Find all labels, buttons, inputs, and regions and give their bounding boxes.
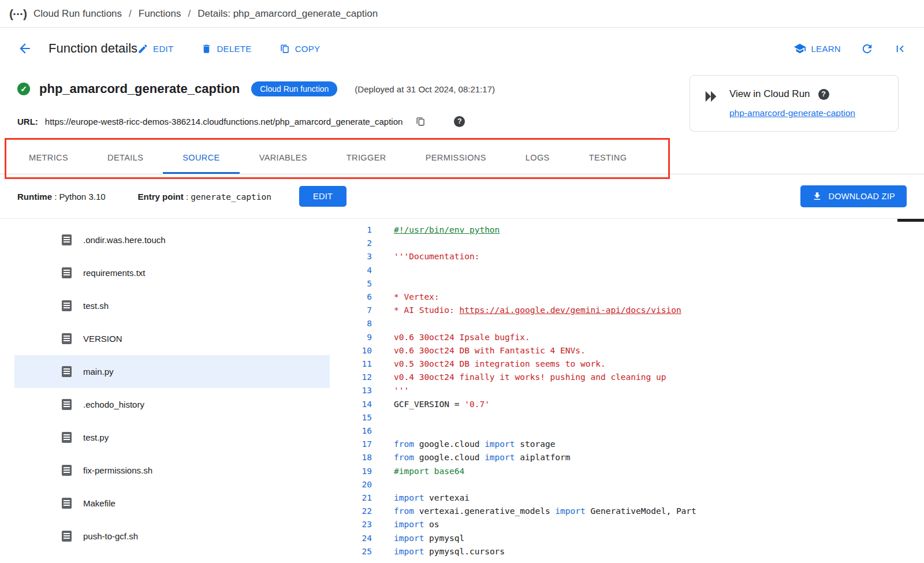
page-title: Function details [49, 41, 137, 56]
line-number: 21 [338, 491, 372, 505]
cloud-run-service-link[interactable]: php-amarcord-generate-caption [729, 108, 855, 118]
code-line: from google.cloud import aiplatform [394, 451, 696, 464]
code-line: v0.5 30oct24 DB integration seems to wor… [394, 357, 696, 371]
file-name: push-to-gcf.sh [83, 531, 138, 541]
file-list: .ondir.was.here.touchrequirements.txttes… [0, 219, 338, 563]
tab-permissions[interactable]: PERMISSIONS [406, 143, 506, 174]
code-line: ''' [394, 384, 696, 397]
file-name: test.py [83, 432, 109, 442]
edit-source-button[interactable]: EDIT [299, 186, 346, 207]
file-item-.echodo_history[interactable]: .echodo_history [14, 388, 330, 421]
delete-button[interactable]: DELETE [201, 43, 251, 54]
tabs-bar: METRICSDETAILSSOURCEVARIABLESTRIGGERPERM… [0, 143, 924, 174]
file-item-push-to-gcf.sh[interactable]: push-to-gcf.sh [14, 520, 330, 553]
runtime-info: Runtime : Python 3.10 [17, 192, 106, 202]
line-number: 4 [338, 264, 372, 277]
file-icon [62, 498, 72, 509]
file-item-VERSION[interactable]: VERSION [14, 322, 330, 355]
copy-icon [280, 43, 290, 54]
tab-trigger[interactable]: TRIGGER [327, 143, 406, 174]
file-item-Makefile[interactable]: Makefile [14, 487, 330, 520]
line-numbers: 1234567891011121314151617181920212223242… [338, 223, 372, 563]
file-item-test.sh[interactable]: test.sh [14, 289, 330, 322]
download-zip-button[interactable]: DOWNLOAD ZIP [800, 185, 907, 207]
file-icon [62, 234, 72, 245]
code-line: from vertexai.generative_models import G… [394, 505, 696, 518]
file-item-test.py[interactable]: test.py [14, 421, 330, 454]
code-line: '''Documentation: [394, 250, 696, 263]
copy-url-icon[interactable] [415, 116, 426, 127]
url-help-icon[interactable]: ? [454, 116, 465, 127]
tab-testing[interactable]: TESTING [569, 143, 647, 174]
code-line: GCF_VERSION = '0.7' [394, 398, 696, 411]
url-label: URL: [17, 117, 38, 126]
view-in-cloud-run-title: View in Cloud Run [729, 88, 810, 100]
delete-button-label: DELETE [217, 44, 251, 54]
code-line: v0.4 30oct24 finally it works! pushing a… [394, 371, 696, 384]
code-line: #import base64 [394, 465, 696, 478]
tabs: METRICSDETAILSSOURCEVARIABLESTRIGGERPERM… [0, 143, 924, 174]
code-line: import vertexai [394, 491, 696, 505]
file-name: requirements.txt [83, 268, 146, 278]
deployed-timestamp: (Deployed at 31 Oct 2024, 08:21:17) [355, 84, 495, 94]
file-name: .ondir.was.here.touch [83, 235, 166, 245]
tab-metrics[interactable]: METRICS [9, 143, 88, 174]
code-line: from google.cloud import storage [394, 438, 696, 451]
tab-details[interactable]: DETAILS [88, 143, 163, 174]
source-content: .ondir.was.here.touchrequirements.txttes… [0, 218, 924, 563]
file-icon [62, 333, 72, 344]
code-line: import pymysql [394, 532, 696, 545]
line-number: 9 [338, 331, 372, 344]
edit-button-label: EDIT [153, 44, 173, 54]
line-number: 11 [338, 357, 372, 371]
status-ok-icon: ✓ [17, 83, 30, 95]
breadcrumb-functions[interactable]: Functions [139, 8, 181, 20]
line-number: 13 [338, 384, 372, 397]
code-line: * Vertex: [394, 290, 696, 304]
line-number: 25 [338, 545, 372, 558]
file-icon [62, 465, 72, 476]
copy-button-label: COPY [295, 44, 321, 54]
page-header: Function details EDIT DELETE COPY LEARN [0, 28, 924, 69]
code-line: v0.6 30oct24 DB with Fantastic 4 ENVs. [394, 344, 696, 357]
breadcrumb-app[interactable]: Cloud Run functions [33, 8, 122, 20]
file-item-main.py[interactable]: main.py [14, 355, 330, 388]
edit-button[interactable]: EDIT [137, 43, 173, 54]
line-number: 3 [338, 250, 372, 263]
breadcrumb-bar: (···) Cloud Run functions / Functions / … [0, 0, 924, 28]
breadcrumb-separator: / [129, 8, 132, 20]
line-number: 22 [338, 505, 372, 518]
file-icon [62, 399, 72, 410]
refresh-icon[interactable] [860, 42, 874, 55]
code-line: import os [394, 518, 696, 531]
line-number: 5 [338, 277, 372, 290]
scrollbar-thumb[interactable] [897, 219, 924, 222]
code-line: * AI Studio: https://ai.google.dev/gemin… [394, 304, 696, 317]
file-item-fix-permissions.sh[interactable]: fix-permissions.sh [14, 454, 330, 487]
collapse-panel-icon[interactable] [893, 42, 907, 55]
code-line: import pymysql.cursors [394, 545, 696, 558]
cloud-run-help-icon[interactable]: ? [818, 89, 829, 100]
runtime-value: Python 3.10 [59, 192, 106, 202]
learn-button[interactable]: LEARN [793, 42, 841, 55]
tab-source[interactable]: SOURCE [163, 143, 239, 174]
copy-button[interactable]: COPY [280, 43, 321, 54]
learn-icon [793, 42, 806, 55]
line-number: 24 [338, 532, 372, 545]
tab-logs[interactable]: LOGS [506, 143, 569, 174]
back-arrow-icon[interactable] [17, 41, 32, 56]
entry-point-label: Entry point [138, 192, 184, 202]
line-number: 19 [338, 465, 372, 478]
pencil-icon [137, 43, 148, 54]
runtime-separator: : [52, 192, 59, 202]
breadcrumb-details: Details: php_amarcord_generate_caption [198, 8, 378, 20]
code-line [394, 264, 696, 277]
code-line [394, 277, 696, 290]
line-number: 7 [338, 304, 372, 317]
file-item-.ondir.was.here.touch[interactable]: .ondir.was.here.touch [14, 223, 330, 256]
tab-variables[interactable]: VARIABLES [240, 143, 327, 174]
code-line [394, 317, 696, 330]
file-item-requirements.txt[interactable]: requirements.txt [14, 256, 330, 289]
entry-point-value: generate_caption [191, 192, 271, 202]
line-number: 12 [338, 371, 372, 384]
